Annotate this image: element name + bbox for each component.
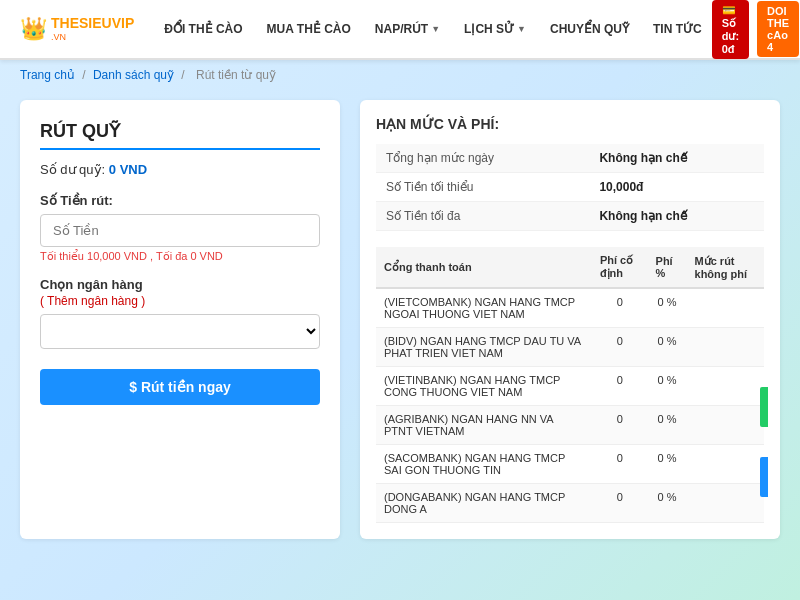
table-row: (BIDV) NGAN HANG TMCP DAU TU VA PHAT TRI… bbox=[376, 328, 764, 367]
nav-item-lich-su[interactable]: LỊCH SỬ ▼ bbox=[454, 16, 536, 42]
logo[interactable]: 👑 THESIEUVIP .VN bbox=[20, 16, 134, 42]
limit-value-1: 10,000đ bbox=[589, 173, 764, 202]
balance-icon: 💳 bbox=[722, 4, 736, 16]
limit-value-2: Không hạn chế bbox=[589, 202, 764, 231]
panel-title: RÚT QUỸ bbox=[40, 120, 320, 150]
table-row: Tổng hạn mức ngày Không hạn chế bbox=[376, 144, 764, 173]
nav-item-chuyen-quy[interactable]: CHUYỂN QUỸ bbox=[540, 16, 639, 42]
bank-select-group: Chọn ngân hàng ( Thêm ngân hàng ) bbox=[40, 277, 320, 349]
amount-hint: Tối thiểu 10,000 VND , Tối đa 0 VND bbox=[40, 250, 320, 263]
amount-input[interactable] bbox=[40, 214, 320, 247]
fee-level-0 bbox=[687, 288, 764, 328]
breadcrumb-sep1: / bbox=[82, 68, 89, 82]
main-content: RÚT QUỸ Số dư quỹ: 0 VND Số Tiền rút: Tố… bbox=[0, 90, 800, 559]
nav-item-tin-tuc[interactable]: TIN TỨC bbox=[643, 16, 712, 42]
level-badge-blue bbox=[760, 457, 768, 497]
bank-label: Chọn ngân hàng bbox=[40, 277, 320, 292]
fee-percent-3: 0 % bbox=[648, 406, 687, 445]
fee-percent-2: 0 % bbox=[648, 367, 687, 406]
col-bank: Cổng thanh toán bbox=[376, 247, 592, 288]
balance-badge: 💳 Số dư: 0đ bbox=[712, 0, 749, 59]
fee-percent-0: 0 % bbox=[648, 288, 687, 328]
breadcrumb-list[interactable]: Danh sách quỹ bbox=[93, 68, 174, 82]
fee-bank-2: (VIETINBANK) NGAN HANG TMCP CONG THUONG … bbox=[376, 367, 592, 406]
nav-item-doi-the-cao[interactable]: ĐỔI THẺ CÀO bbox=[154, 16, 252, 42]
breadcrumb: Trang chủ / Danh sách quỹ / Rút tiền từ … bbox=[0, 60, 800, 90]
limit-value-0: Không hạn chế bbox=[589, 144, 764, 173]
header: 👑 THESIEUVIP .VN ĐỔI THẺ CÀO MUA THẺ CÀO… bbox=[0, 0, 800, 60]
fee-fixed-0: 0 bbox=[592, 288, 648, 328]
balance-label: Số dư quỹ: bbox=[40, 162, 105, 177]
fee-level-3 bbox=[687, 406, 764, 445]
breadcrumb-current: Rút tiền từ quỹ bbox=[196, 68, 276, 82]
col-free-level: Mức rút không phí bbox=[687, 247, 764, 288]
user-badge[interactable]: DOI THE cAo 4 bbox=[757, 1, 799, 57]
fee-bank-4: (SACOMBANK) NGAN HANG TMCP SAI GON THUON… bbox=[376, 445, 592, 484]
withdraw-button[interactable]: $ Rút tiền ngay bbox=[40, 369, 320, 405]
fee-table: Cổng thanh toán Phí cố định Phí % Mức rú… bbox=[376, 247, 764, 523]
header-right: 💳 Số dư: 0đ DOI THE cAo 4 bbox=[712, 0, 799, 59]
table-row: Số Tiền tối thiểu 10,000đ bbox=[376, 173, 764, 202]
col-fixed-fee: Phí cố định bbox=[592, 247, 648, 288]
bank-add-link[interactable]: ( Thêm ngân hàng ) bbox=[40, 294, 320, 308]
fee-percent-4: 0 % bbox=[648, 445, 687, 484]
fee-bank-1: (BIDV) NGAN HANG TMCP DAU TU VA PHAT TRI… bbox=[376, 328, 592, 367]
right-panel: HẠN MỨC VÀ PHÍ: Tổng hạn mức ngày Không … bbox=[360, 100, 780, 539]
balance-value: 0 VND bbox=[109, 162, 147, 177]
table-row: (AGRIBANK) NGAN HANG NN VA PTNT VIETNAM … bbox=[376, 406, 764, 445]
balance-line: Số dư quỹ: 0 VND bbox=[40, 162, 320, 177]
main-nav: ĐỔI THẺ CÀO MUA THẺ CÀO NAP/RÚT ▼ LỊCH S… bbox=[154, 16, 711, 42]
amount-label: Số Tiền rút: bbox=[40, 193, 320, 208]
table-row: Số Tiền tối đa Không hạn chế bbox=[376, 202, 764, 231]
table-row: (SACOMBANK) NGAN HANG TMCP SAI GON THUON… bbox=[376, 445, 764, 484]
logo-icon: 👑 bbox=[20, 16, 47, 42]
fee-level-2 bbox=[687, 367, 764, 406]
nav-item-nap-rut[interactable]: NAP/RÚT ▼ bbox=[365, 16, 450, 42]
fee-fixed-4: 0 bbox=[592, 445, 648, 484]
breadcrumb-home[interactable]: Trang chủ bbox=[20, 68, 75, 82]
limit-label-0: Tổng hạn mức ngày bbox=[376, 144, 589, 173]
fee-table-header: Cổng thanh toán Phí cố định Phí % Mức rú… bbox=[376, 247, 764, 288]
fee-level-1 bbox=[687, 328, 764, 367]
fee-table-container: Cổng thanh toán Phí cố định Phí % Mức rú… bbox=[376, 247, 764, 523]
fee-percent-5: 0 % bbox=[648, 484, 687, 523]
fee-bank-5: (DONGABANK) NGAN HANG TMCP DONG A bbox=[376, 484, 592, 523]
nav-item-mua-the-cao[interactable]: MUA THẺ CÀO bbox=[257, 16, 361, 42]
breadcrumb-sep2: / bbox=[181, 68, 188, 82]
limits-table: Tổng hạn mức ngày Không hạn chế Số Tiền … bbox=[376, 144, 764, 231]
fee-bank-0: (VIETCOMBANK) NGAN HANG TMCP NGOAI THUON… bbox=[376, 288, 592, 328]
chevron-down-icon: ▼ bbox=[517, 24, 526, 34]
fee-fixed-5: 0 bbox=[592, 484, 648, 523]
right-title: HẠN MỨC VÀ PHÍ: bbox=[376, 116, 764, 132]
level-badge-green bbox=[760, 387, 768, 427]
fee-fixed-3: 0 bbox=[592, 406, 648, 445]
table-row: (VIETCOMBANK) NGAN HANG TMCP NGOAI THUON… bbox=[376, 288, 764, 328]
fee-bank-3: (AGRIBANK) NGAN HANG NN VA PTNT VIETNAM bbox=[376, 406, 592, 445]
amount-group: Số Tiền rút: Tối thiểu 10,000 VND , Tối … bbox=[40, 193, 320, 263]
table-row: (DONGABANK) NGAN HANG TMCP DONG A 0 0 % bbox=[376, 484, 764, 523]
fee-fixed-2: 0 bbox=[592, 367, 648, 406]
logo-sub: .VN bbox=[51, 32, 134, 42]
fee-level-5 bbox=[687, 484, 764, 523]
fee-percent-1: 0 % bbox=[648, 328, 687, 367]
limit-label-1: Số Tiền tối thiểu bbox=[376, 173, 589, 202]
chevron-down-icon: ▼ bbox=[431, 24, 440, 34]
fee-level-4 bbox=[687, 445, 764, 484]
limit-label-2: Số Tiền tối đa bbox=[376, 202, 589, 231]
col-percent-fee: Phí % bbox=[648, 247, 687, 288]
table-row: (VIETINBANK) NGAN HANG TMCP CONG THUONG … bbox=[376, 367, 764, 406]
fee-fixed-1: 0 bbox=[592, 328, 648, 367]
user-menu-icon: 4 bbox=[767, 41, 773, 53]
logo-text: THESIEUVIP bbox=[51, 16, 134, 31]
left-panel: RÚT QUỸ Số dư quỹ: 0 VND Số Tiền rút: Tố… bbox=[20, 100, 340, 539]
bank-select[interactable] bbox=[40, 314, 320, 349]
